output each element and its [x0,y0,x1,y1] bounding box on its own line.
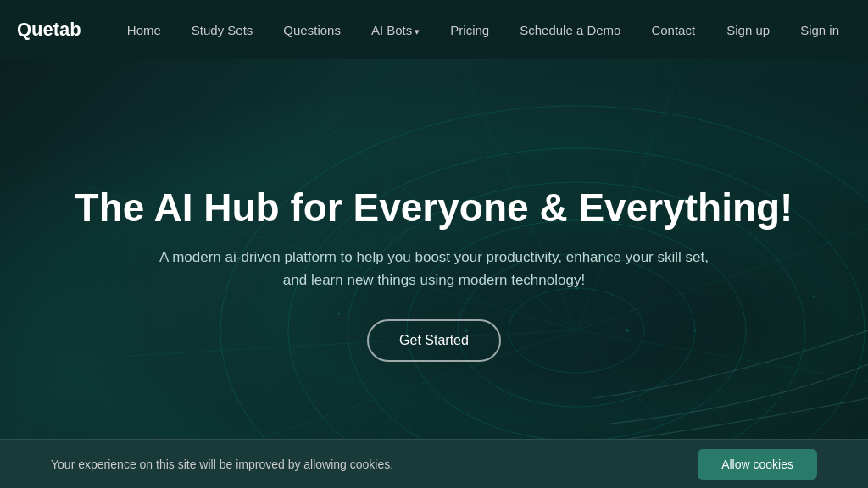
nav-item-schedule-demo[interactable]: Schedule a Demo [508,16,632,44]
hero-content: The AI Hub for Everyone & Everything! A … [42,186,827,361]
nav-item-study-sets[interactable]: Study Sets [180,16,265,44]
hero-subtitle: A modern ai-driven platform to help you … [146,246,722,291]
nav-item-ai-bots[interactable]: AI Bots [359,16,431,44]
nav-item-questions[interactable]: Questions [271,16,353,44]
navbar: Quetab Home Study Sets Questions AI Bots… [0,0,868,59]
nav-item-home[interactable]: Home [115,16,173,44]
nav-links: Home Study Sets Questions AI Bots Pricin… [115,16,715,44]
nav-sign-up[interactable]: Sign up [715,16,782,44]
cookie-message: Your experience on this site will be imp… [51,458,393,471]
get-started-button[interactable]: Get Started [367,319,501,362]
nav-item-contact[interactable]: Contact [639,16,707,44]
nav-sign-in[interactable]: Sign in [788,16,851,44]
brand-logo[interactable]: Quetab [17,19,81,41]
hero-title: The AI Hub for Everyone & Everything! [75,186,793,230]
nav-auth: Sign up Sign in [715,16,851,44]
allow-cookies-button[interactable]: Allow cookies [698,449,817,480]
cookie-banner: Your experience on this site will be imp… [0,439,868,488]
nav-item-pricing[interactable]: Pricing [438,16,501,44]
hero-section: The AI Hub for Everyone & Everything! A … [0,59,868,488]
